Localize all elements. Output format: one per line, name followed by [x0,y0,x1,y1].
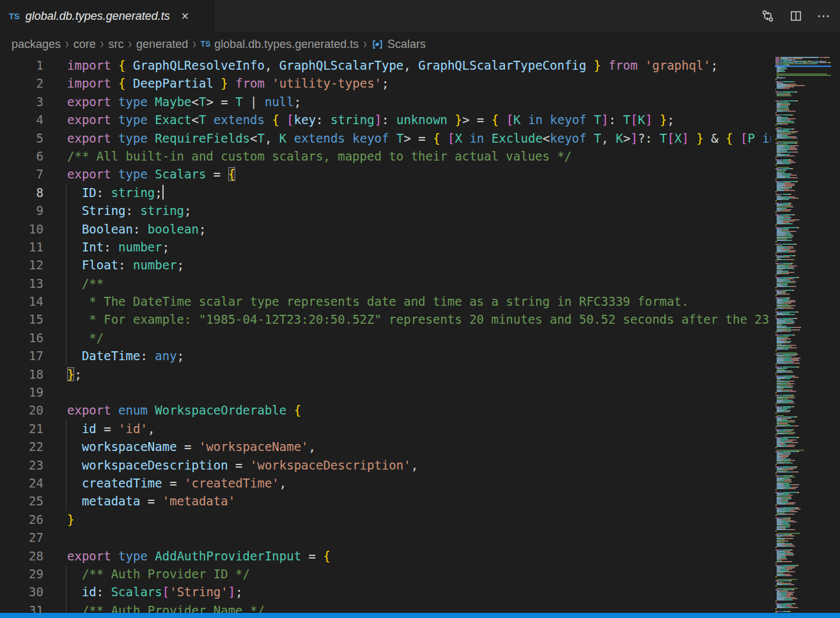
code-text: /** [43,274,771,292]
code-text: workspaceName = 'workspaceName', [43,438,771,456]
code-editor[interactable]: 1import { GraphQLResolveInfo, GraphQLSca… [0,56,840,613]
code-text: String: string; [43,202,771,219]
breadcrumb: packages›core›src›generated›TSglobal.db.… [0,32,840,56]
code-line-20[interactable]: 20export enum WorkspaceOrderable { [0,401,771,419]
code-lines[interactable]: 1import { GraphQLResolveInfo, GraphQLSca… [0,56,771,613]
typescript-file-icon: TS [201,40,210,49]
tab-global-db-types-generated-ts[interactable]: TS global.db.types.generated.ts ✕ [0,0,215,32]
code-text: Int: number; [43,238,771,256]
code-text: export type AddAuthProviderInput = { [43,547,771,565]
code-line-8[interactable]: 8 ID: string; [0,184,771,202]
line-number: 14 [0,292,43,310]
line-number: 31 [0,601,43,613]
line-number: 23 [0,456,43,474]
code-text: }; [43,365,771,383]
breadcrumb-item-symbol[interactable]: Scalars [371,38,426,51]
tab-title: global.db.types.generated.ts [26,10,170,23]
code-line-13[interactable]: 13 /** [0,274,771,292]
breadcrumb-item-src[interactable]: src [108,38,123,51]
line-number: 13 [0,274,43,292]
code-line-7[interactable]: 7export type Scalars = { [0,165,771,183]
code-text: DateTime: any; [43,347,771,365]
code-line-30[interactable]: 30 id: Scalars['String']; [0,583,771,601]
breadcrumb-item-packages[interactable]: packages [12,38,61,51]
code-text: Float: number; [43,256,771,274]
tab-bar: TS global.db.types.generated.ts ✕ ⋯ [0,0,840,32]
open-changes-icon[interactable] [757,5,779,27]
line-number: 15 [0,310,43,328]
code-text: export type Exact<T extends { [key: stri… [43,111,771,129]
code-line-22[interactable]: 22 workspaceName = 'workspaceName', [0,438,771,456]
code-line-28[interactable]: 28export type AddAuthProviderInput = { [0,547,771,565]
line-number: 26 [0,511,43,528]
code-line-31[interactable]: 31 /** Auth Provider Name */ [0,601,771,613]
code-line-17[interactable]: 17 DateTime: any; [0,347,771,365]
code-line-15[interactable]: 15 * For example: "1985-04-12T23:20:50.5… [0,310,771,328]
line-number: 28 [0,547,43,565]
code-line-18[interactable]: 18}; [0,365,771,383]
code-text: metadata = 'metadata' [43,492,771,510]
line-number: 22 [0,438,43,456]
code-line-3[interactable]: 3export type Maybe<T> = T | null; [0,93,771,111]
code-text: export type RequireFields<T, K extends k… [43,129,771,147]
code-text: * For example: "1985-04-12T23:20:50.52Z"… [43,310,771,328]
line-number: 16 [0,329,43,347]
code-line-5[interactable]: 5export type RequireFields<T, K extends … [0,129,771,147]
code-line-6[interactable]: 6/** All built-in and custom scalars, ma… [0,147,771,165]
code-line-11[interactable]: 11 Int: number; [0,238,771,256]
code-text [43,528,771,546]
breadcrumb-item-core[interactable]: core [74,38,96,51]
code-text: Boolean: boolean; [43,220,771,238]
code-text: export type Maybe<T> = T | null; [43,93,771,111]
more-actions-icon[interactable]: ⋯ [813,5,835,27]
code-line-12[interactable]: 12 Float: number; [0,256,771,274]
code-line-4[interactable]: 4export type Exact<T extends { [key: str… [0,111,771,129]
code-text: } [43,511,771,528]
breadcrumb-item-generated[interactable]: generated [136,38,188,51]
line-number: 21 [0,420,43,438]
line-number: 24 [0,474,43,492]
line-number: 4 [0,111,43,129]
split-editor-icon[interactable] [785,5,807,27]
code-text: import { DeepPartial } from 'utility-typ… [43,74,771,92]
code-line-27[interactable]: 27 [0,528,771,546]
breadcrumb-separator-icon: › [128,36,132,53]
code-line-16[interactable]: 16 */ [0,329,771,347]
code-line-24[interactable]: 24 createdTime = 'createdTime', [0,474,771,492]
code-line-26[interactable]: 26} [0,511,771,528]
line-number: 20 [0,401,43,419]
breadcrumb-item-file[interactable]: TSglobal.db.types.generated.ts [201,38,359,51]
code-line-19[interactable]: 19 [0,383,771,401]
line-number: 25 [0,492,43,510]
code-text: export enum WorkspaceOrderable { [43,401,771,419]
breadcrumb-symbol-label: Scalars [387,38,426,51]
code-line-14[interactable]: 14 * The DateTime scalar type represents… [0,292,771,310]
code-text: */ [43,329,771,347]
code-text: export type Scalars = { [43,165,771,183]
breadcrumb-file-label: global.db.types.generated.ts [214,38,359,51]
code-line-2[interactable]: 2import { DeepPartial } from 'utility-ty… [0,74,771,92]
breadcrumb-separator-icon: › [363,36,367,53]
line-number: 3 [0,93,43,111]
breadcrumb-separator-icon: › [192,36,196,53]
code-line-25[interactable]: 25 metadata = 'metadata' [0,492,771,510]
code-line-21[interactable]: 21 id = 'id', [0,420,771,438]
vertical-scrollbar[interactable] [831,56,840,613]
line-number: 17 [0,347,43,365]
code-text: /** Auth Provider ID */ [43,565,771,583]
code-text: import { GraphQLResolveInfo, GraphQLScal… [43,56,771,74]
minimap[interactable] [775,56,831,613]
code-line-1[interactable]: 1import { GraphQLResolveInfo, GraphQLSca… [0,56,771,74]
bottom-accent-bar [0,613,840,618]
code-line-29[interactable]: 29 /** Auth Provider ID */ [0,565,771,583]
code-text: ID: string; [43,184,771,202]
code-line-9[interactable]: 9 String: string; [0,202,771,219]
close-tab-icon[interactable]: ✕ [178,9,192,24]
line-number: 8 [0,184,43,202]
line-number: 18 [0,365,43,383]
text-cursor [162,185,164,200]
line-number: 2 [0,74,43,92]
code-text: createdTime = 'createdTime', [43,474,771,492]
code-line-10[interactable]: 10 Boolean: boolean; [0,220,771,238]
code-line-23[interactable]: 23 workspaceDescription = 'workspaceDesc… [0,456,771,474]
